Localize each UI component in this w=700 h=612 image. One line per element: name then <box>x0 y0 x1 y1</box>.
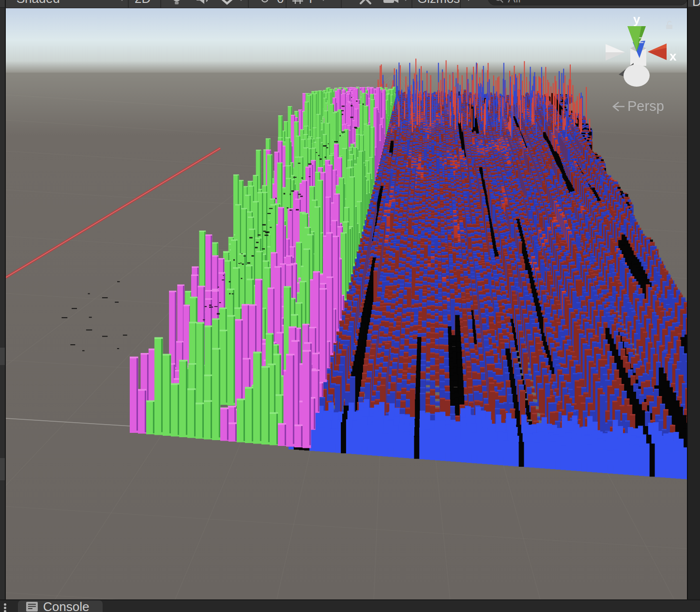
search-icon <box>494 0 504 3</box>
effects-toggle-button[interactable] <box>219 0 235 8</box>
scene-visibility-button[interactable]: 0 <box>257 0 284 8</box>
camera-icon <box>382 0 399 5</box>
tab-console[interactable]: Console <box>18 600 103 612</box>
lighting-toggle-button[interactable] <box>170 0 183 8</box>
lock-icon[interactable] <box>665 20 674 32</box>
camera-settings-button[interactable] <box>382 0 399 8</box>
scene-search-input[interactable]: All <box>488 0 687 5</box>
scene-view-toolbar: Shaded 2D <box>6 0 687 8</box>
lightbulb-icon <box>170 0 183 6</box>
toggle-2d-button[interactable]: 2D <box>135 0 151 8</box>
gizmos-caret-icon[interactable] <box>465 0 472 8</box>
effects-diamond-icon <box>219 0 235 6</box>
tool-cross-icon <box>358 0 373 6</box>
axis-z-label: z <box>639 33 644 46</box>
right-panel-tab-label: D <box>692 0 700 7</box>
draw-mode-label: Shaded <box>16 0 60 6</box>
grid-visibility-button[interactable]: Y <box>291 0 315 8</box>
right-docked-panel-edge: D <box>687 0 700 612</box>
camera-caret-icon[interactable] <box>402 0 410 8</box>
scene-viewport-canvas[interactable] <box>0 0 700 612</box>
toggle-2d-label: 2D <box>135 0 151 6</box>
speaker-icon <box>196 0 210 5</box>
console-tab-label: Console <box>43 600 89 612</box>
hidden-count-label: 0 <box>277 0 284 6</box>
axis-minus-y-cone[interactable] <box>624 64 650 87</box>
effects-caret-icon[interactable] <box>237 0 245 8</box>
persp-label: Persp <box>627 98 664 114</box>
eye-icon <box>257 0 273 5</box>
search-scope-label: All <box>508 0 521 5</box>
persp-arrow-icon <box>611 100 625 113</box>
perspective-toggle[interactable]: Persp <box>611 98 664 114</box>
bottom-dock-bar: Console <box>0 599 700 612</box>
gizmos-label: Gizmos <box>417 0 460 6</box>
grid-axis-label: Y <box>306 0 315 6</box>
component-tools-button[interactable] <box>358 0 373 8</box>
axis-y-label: y <box>633 13 640 27</box>
kebab-menu-icon[interactable] <box>3 602 13 612</box>
right-panel-tab[interactable]: D <box>688 0 700 7</box>
gizmos-dropdown[interactable]: Gizmos <box>417 0 460 8</box>
draw-mode-caret-icon[interactable] <box>118 0 126 8</box>
console-icon <box>26 601 38 612</box>
grid-icon <box>291 0 304 5</box>
axis-x-label: x <box>670 49 677 63</box>
grid-caret-icon[interactable] <box>320 0 327 8</box>
audio-toggle-button[interactable] <box>196 0 210 8</box>
draw-mode-dropdown[interactable]: Shaded <box>16 0 60 8</box>
left-docked-panel-edge <box>0 0 6 612</box>
axis-minus-x-cone-shade <box>606 44 625 52</box>
